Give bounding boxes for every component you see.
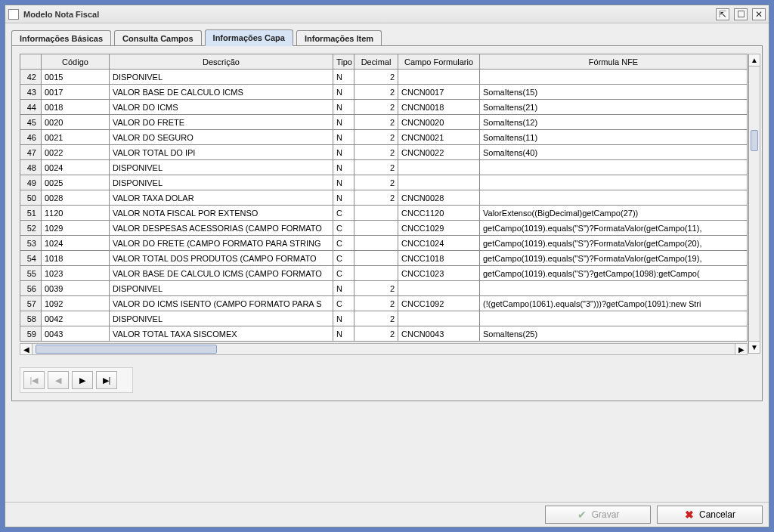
cell-tipo[interactable]: N: [333, 190, 354, 206]
table-row[interactable]: 571092VALOR DO ICMS ISENTO (CAMPO FORMAT…: [20, 296, 748, 311]
cell-formula[interactable]: (!(getCampo(1061).equals("3")))?getCampo…: [480, 296, 748, 311]
cell-formula[interactable]: [480, 175, 748, 190]
cell-decimal[interactable]: 2: [354, 326, 398, 342]
cell-campo[interactable]: CNCC1018: [398, 251, 480, 266]
cell-decimal[interactable]: [354, 236, 398, 251]
cell-codigo[interactable]: 0021: [42, 130, 110, 145]
cell-codigo[interactable]: 1092: [42, 296, 110, 311]
cell-decimal[interactable]: 2: [354, 281, 398, 296]
cell-campo[interactable]: CNCN0021: [398, 130, 480, 145]
tab-3[interactable]: Informações Item: [296, 30, 382, 46]
cell-tipo[interactable]: C: [333, 206, 354, 221]
cell-campo[interactable]: [398, 175, 480, 190]
close-icon[interactable]: ✕: [752, 8, 766, 20]
cell-campo[interactable]: CNCC1092: [398, 296, 480, 311]
cell-tipo[interactable]: N: [333, 311, 354, 326]
table-row[interactable]: 590043VALOR TOTAL TAXA SISCOMEXN2CNCN004…: [20, 326, 748, 342]
table-row[interactable]: 580042DISPONIVELN2: [20, 311, 748, 326]
cell-campo[interactable]: [398, 70, 480, 85]
cell-codigo[interactable]: 1023: [42, 266, 110, 281]
cell-tipo[interactable]: N: [333, 130, 354, 145]
cell-decimal[interactable]: 2: [354, 160, 398, 175]
scroll-right-icon[interactable]: ▶: [735, 344, 747, 354]
nav-next-button[interactable]: ▶: [72, 371, 93, 389]
cell-descricao[interactable]: DISPONIVEL: [110, 311, 333, 326]
tab-2[interactable]: Informações Capa: [205, 29, 293, 46]
cell-formula[interactable]: [480, 70, 748, 85]
cell-codigo[interactable]: 1120: [42, 206, 110, 221]
col-header-2[interactable]: Tipo: [333, 54, 354, 70]
cell-decimal[interactable]: 2: [354, 311, 398, 326]
col-header-1[interactable]: Descrição: [110, 54, 333, 70]
cell-descricao[interactable]: DISPONIVEL: [110, 175, 333, 190]
data-grid[interactable]: CódigoDescriçãoTipoDecimalCampo Formular…: [20, 54, 748, 342]
cell-decimal[interactable]: 2: [354, 296, 398, 311]
table-row[interactable]: 420015DISPONIVELN2: [20, 70, 748, 85]
cell-formula[interactable]: [480, 281, 748, 296]
cell-tipo[interactable]: C: [333, 266, 354, 281]
cell-decimal[interactable]: [354, 206, 398, 221]
cell-formula[interactable]: SomaItens(21): [480, 100, 748, 115]
cell-formula[interactable]: getCampo(1019).equals("S")?FormataValor(…: [480, 236, 748, 251]
cell-formula[interactable]: SomaItens(12): [480, 115, 748, 130]
cell-decimal[interactable]: 2: [354, 130, 398, 145]
cell-decimal[interactable]: 2: [354, 175, 398, 190]
table-row[interactable]: 560039DISPONIVELN2: [20, 281, 748, 296]
col-header-4[interactable]: Campo Formulario: [398, 54, 480, 70]
cell-decimal[interactable]: [354, 266, 398, 281]
cell-descricao[interactable]: VALOR TOTAL DOS PRODUTOS (CAMPO FORMATO: [110, 251, 333, 266]
nav-last-button[interactable]: ▶|: [96, 371, 117, 389]
cell-campo[interactable]: [398, 281, 480, 296]
cell-descricao[interactable]: VALOR BASE DE CALCULO ICMS: [110, 85, 333, 100]
cell-codigo[interactable]: 1029: [42, 221, 110, 236]
table-row[interactable]: 511120VALOR NOTA FISCAL POR EXTENSOCCNCC…: [20, 206, 748, 221]
maximize-icon[interactable]: ☐: [734, 8, 748, 20]
scroll-down-icon[interactable]: ▼: [749, 341, 760, 353]
horizontal-scrollbar[interactable]: ◀ ▶: [20, 343, 748, 355]
cell-codigo[interactable]: 0017: [42, 85, 110, 100]
nav-prev-button[interactable]: ◀: [48, 371, 69, 389]
cell-codigo[interactable]: 1024: [42, 236, 110, 251]
cell-campo[interactable]: CNCC1023: [398, 266, 480, 281]
cell-campo[interactable]: CNCC1029: [398, 221, 480, 236]
cell-tipo[interactable]: N: [333, 281, 354, 296]
cell-descricao[interactable]: VALOR DO SEGURO: [110, 130, 333, 145]
cell-descricao[interactable]: DISPONIVEL: [110, 281, 333, 296]
cell-codigo[interactable]: 0020: [42, 115, 110, 130]
cell-tipo[interactable]: N: [333, 115, 354, 130]
cell-tipo[interactable]: C: [333, 251, 354, 266]
cell-formula[interactable]: [480, 190, 748, 206]
cell-formula[interactable]: ValorExtenso((BigDecimal)getCampo(27)): [480, 206, 748, 221]
tab-0[interactable]: Informações Básicas: [11, 30, 111, 46]
cell-codigo[interactable]: 0015: [42, 70, 110, 85]
cell-descricao[interactable]: VALOR DESPESAS ACESSORIAS (CAMPO FORMATO: [110, 221, 333, 236]
cell-tipo[interactable]: N: [333, 326, 354, 342]
cell-descricao[interactable]: VALOR NOTA FISCAL POR EXTENSO: [110, 206, 333, 221]
cell-formula[interactable]: SomaItens(11): [480, 130, 748, 145]
cell-formula[interactable]: SomaItens(40): [480, 145, 748, 160]
cell-descricao[interactable]: VALOR TAXA DOLAR: [110, 190, 333, 206]
cell-tipo[interactable]: N: [333, 100, 354, 115]
cell-codigo[interactable]: 0042: [42, 311, 110, 326]
cell-descricao[interactable]: DISPONIVEL: [110, 160, 333, 175]
cell-codigo[interactable]: 0028: [42, 190, 110, 206]
cell-tipo[interactable]: N: [333, 145, 354, 160]
table-row[interactable]: 430017VALOR BASE DE CALCULO ICMSN2CNCN00…: [20, 85, 748, 100]
cell-formula[interactable]: getCampo(1019).equals("S")?getCampo(1098…: [480, 266, 748, 281]
table-row[interactable]: 450020VALOR DO FRETEN2CNCN0020SomaItens(…: [20, 115, 748, 130]
col-header-0[interactable]: Código: [42, 54, 110, 70]
table-row[interactable]: 521029VALOR DESPESAS ACESSORIAS (CAMPO F…: [20, 221, 748, 236]
cell-campo[interactable]: CNCN0020: [398, 115, 480, 130]
cell-tipo[interactable]: C: [333, 236, 354, 251]
cancel-button[interactable]: ✖ Cancelar: [657, 506, 763, 524]
cell-codigo[interactable]: 0024: [42, 160, 110, 175]
cell-codigo[interactable]: 0022: [42, 145, 110, 160]
cell-codigo[interactable]: 0039: [42, 281, 110, 296]
table-row[interactable]: 440018VALOR DO ICMSN2CNCN0018SomaItens(2…: [20, 100, 748, 115]
cell-tipo[interactable]: N: [333, 85, 354, 100]
cell-decimal[interactable]: 2: [354, 70, 398, 85]
cell-decimal[interactable]: 2: [354, 145, 398, 160]
cell-campo[interactable]: CNCN0018: [398, 100, 480, 115]
col-header-5[interactable]: Fórmula NFE: [480, 54, 748, 70]
cell-descricao[interactable]: VALOR DO FRETE (CAMPO FORMATO PARA STRIN…: [110, 236, 333, 251]
